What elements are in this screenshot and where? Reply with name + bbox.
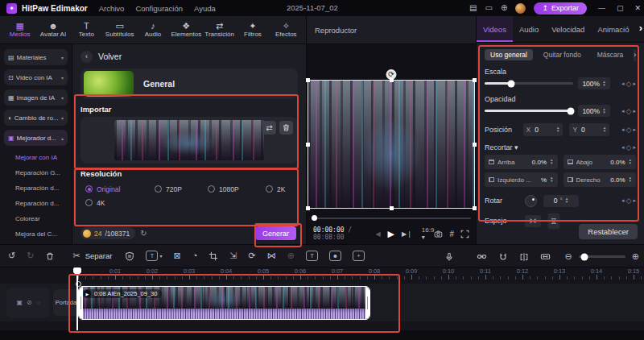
- add-avatar-icon[interactable]: ☻: [329, 251, 341, 261]
- zoom-in-icon[interactable]: ⊕: [632, 252, 639, 261]
- hide-track-icon[interactable]: ⊘: [27, 299, 32, 306]
- keyframe-prev-icon[interactable]: ◂: [621, 81, 625, 87]
- crop-izquierdo-input[interactable]: Izquierdo ...%▲▼: [485, 172, 558, 187]
- keyframe-add-icon[interactable]: ◇: [626, 126, 632, 134]
- delete-media-button[interactable]: [279, 121, 293, 135]
- subtitle-badge-icon[interactable]: [125, 251, 134, 261]
- tabs-overflow-icon[interactable]: ›: [639, 22, 642, 34]
- back-button[interactable]: ‹: [80, 51, 93, 63]
- motion-track-icon[interactable]: ⊕: [287, 251, 295, 260]
- keyframe-next-icon[interactable]: ▸: [633, 144, 636, 151]
- undo-icon[interactable]: ↺: [8, 251, 15, 260]
- player-seekbar[interactable]: [312, 218, 471, 219]
- feedback-icon[interactable]: ▭: [485, 4, 493, 12]
- sidebar-subitem-reparación-g[interactable]: Reparación G...: [4, 165, 68, 180]
- resolution-option-4k[interactable]: 4K: [85, 199, 118, 207]
- sidebar-subitem-mejorar-con-ia[interactable]: Mejorar con IA: [4, 150, 68, 165]
- generate-button[interactable]: Generar: [255, 226, 296, 240]
- crop-abajo-input[interactable]: Abajo0.0%▲▼: [564, 155, 637, 169]
- menu-configuracion[interactable]: Configuración: [135, 4, 183, 13]
- toolbar-item-medios[interactable]: ▦Medios: [3, 17, 36, 44]
- fullscreen-icon[interactable]: [460, 230, 469, 238]
- mute-track-icon[interactable]: ◌: [36, 299, 40, 306]
- scale-value[interactable]: 100%▲▼: [578, 77, 610, 89]
- clip-trim-right-handle[interactable]: [365, 287, 369, 319]
- timeline-clip[interactable]: ▶ 0:08 AIEn_2025_09_30: [78, 286, 370, 320]
- toolbar-item-avatar-ai[interactable]: ☻Avatar AI: [36, 17, 69, 44]
- position-x-input[interactable]: X0▲▼: [523, 123, 564, 136]
- refresh-credits-icon[interactable]: ↻: [140, 229, 147, 238]
- selection-handle[interactable]: [306, 206, 310, 210]
- remove-text-icon[interactable]: ⊠: [173, 251, 180, 260]
- stepper-icon[interactable]: ▲▼: [602, 108, 605, 114]
- link-clips-icon[interactable]: [477, 251, 487, 262]
- clip-trim-left-handle[interactable]: [79, 287, 83, 319]
- scale-slider[interactable]: [485, 82, 573, 85]
- timeline-ruler[interactable]: 0:010:020:030:040:050:060:070:080:090:10…: [0, 267, 644, 280]
- keyframe-next-icon[interactable]: ▸: [633, 108, 636, 114]
- rotate-knob[interactable]: [525, 195, 537, 207]
- keyframe-next-icon[interactable]: ▸: [634, 126, 637, 133]
- keyframe-next-icon[interactable]: ▸: [633, 197, 636, 204]
- zoom-slider-thumb[interactable]: [580, 253, 588, 260]
- video-preview[interactable]: [308, 81, 474, 208]
- selection-handle[interactable]: [306, 78, 310, 82]
- text-tool-icon[interactable]: T▾: [146, 251, 162, 261]
- play-icon[interactable]: ▶: [388, 229, 394, 239]
- download-icon[interactable]: ⊕: [501, 4, 507, 12]
- keyframe-prev-icon[interactable]: ◂: [621, 197, 625, 204]
- stepper-icon[interactable]: ▲▼: [629, 159, 632, 165]
- flip-vertical-button[interactable]: ⋈: [548, 213, 560, 229]
- stepper-icon[interactable]: ▲▼: [550, 176, 553, 183]
- tab-velocidad[interactable]: Velocidad: [545, 16, 591, 42]
- toolbar-item-transición[interactable]: ⇄Transición: [203, 17, 236, 44]
- delete-icon[interactable]: [45, 251, 55, 261]
- tab-audio[interactable]: Audio: [513, 16, 545, 42]
- keyframe-prev-icon[interactable]: ◂: [621, 126, 625, 133]
- split-view-icon[interactable]: [519, 252, 529, 262]
- selection-handle[interactable]: [390, 206, 394, 210]
- selection-handle[interactable]: [306, 143, 310, 147]
- toolbar-item-subtítulos[interactable]: ▭Subtítulos: [103, 17, 136, 44]
- toolbar-item-filtros[interactable]: ✦Filtros: [236, 17, 269, 44]
- selection-handle[interactable]: [390, 78, 394, 82]
- sidebar-subitem-mejora-del-c[interactable]: Mejora del C...: [4, 226, 68, 242]
- freeze-frame-icon[interactable]: +: [353, 251, 365, 261]
- record-voice-icon[interactable]: [444, 252, 454, 262]
- subtab-uso-general[interactable]: Uso general: [485, 49, 533, 60]
- split-scissors-icon[interactable]: ✂: [72, 251, 80, 260]
- export-frame-icon[interactable]: ⇲: [229, 251, 237, 260]
- sidebar-item-video-con-ia[interactable]: ⊡Video con IA▾: [4, 69, 68, 85]
- crop-arriba-input[interactable]: Arriba0.0%▲▼: [485, 155, 558, 169]
- add-text-box-icon[interactable]: T: [306, 251, 318, 261]
- fit-timeline-icon[interactable]: [540, 251, 551, 262]
- prev-frame-icon[interactable]: ◀: [375, 230, 380, 238]
- split-label[interactable]: Separar: [85, 251, 113, 260]
- stepper-icon[interactable]: ▲▼: [603, 126, 606, 133]
- stepper-icon[interactable]: ▲▼: [602, 81, 605, 87]
- cover-button[interactable]: Portada: [53, 289, 79, 316]
- menu-archivo[interactable]: Archivo: [99, 4, 125, 13]
- stepper-icon[interactable]: ▲▼: [629, 176, 632, 183]
- toolbar-item-elementos[interactable]: ❖Elementos: [170, 17, 203, 44]
- subtabs-overflow-icon[interactable]: ›: [634, 49, 636, 61]
- user-avatar[interactable]: [515, 3, 526, 14]
- stepper-icon[interactable]: ▲▼: [556, 126, 559, 133]
- crop-label[interactable]: Recortar ▾: [485, 143, 518, 151]
- position-y-input[interactable]: Y0▲▼: [569, 123, 609, 136]
- sidebar-item-cambio-de-ro[interactable]: ◐Cambio de ro...▾: [4, 110, 68, 126]
- keyframe-add-icon[interactable]: ◇: [626, 80, 632, 88]
- opacity-value[interactable]: 100%▲▼: [578, 105, 610, 117]
- sidebar-subitem-reparación-d[interactable]: Reparación d...: [4, 180, 68, 196]
- grid-icon[interactable]: #: [449, 230, 454, 238]
- keyframe-add-icon[interactable]: ◇: [626, 197, 632, 205]
- resolution-option-720p[interactable]: 720P: [155, 185, 208, 193]
- resolution-option-1080p[interactable]: 1080P: [208, 185, 266, 193]
- next-frame-icon[interactable]: ▶❘: [402, 230, 412, 238]
- stepper-icon[interactable]: ▲▼: [565, 197, 568, 204]
- preset-card[interactable]: General: [80, 68, 298, 99]
- close-button[interactable]: ✕: [634, 4, 641, 12]
- zoom-out-icon[interactable]: ⊖: [565, 252, 572, 261]
- export-button[interactable]: ↥Exportar: [534, 2, 587, 15]
- timeline-zoom-slider[interactable]: [579, 255, 625, 258]
